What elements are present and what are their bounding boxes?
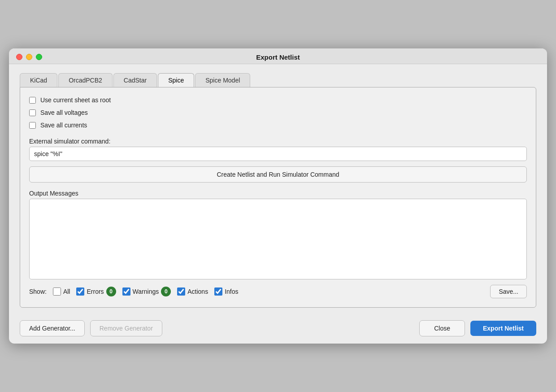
window-title: Export Netlist — [256, 53, 300, 61]
close-button[interactable]: Close — [419, 320, 465, 336]
save-all-currents-checkbox[interactable] — [29, 122, 36, 129]
output-messages-label: Output Messages — [29, 190, 527, 197]
tab-spice-model[interactable]: Spice Model — [195, 73, 250, 87]
use-current-sheet-checkbox[interactable] — [29, 97, 36, 104]
tab-spice[interactable]: Spice — [158, 73, 194, 87]
show-actions-label: Actions — [187, 288, 208, 295]
title-bar: Export Netlist — [9, 48, 547, 64]
traffic-lights — [16, 54, 42, 60]
close-button[interactable] — [16, 54, 22, 60]
show-all-checkbox[interactable] — [53, 287, 61, 296]
tab-cadstar[interactable]: CadStar — [113, 73, 157, 87]
show-actions-item: Actions — [177, 287, 208, 296]
content-area: KiCad OrcadPCB2 CadStar Spice Spice Mode… — [9, 64, 547, 315]
show-filter-row: Show: All Errors 0 Warnings 0 — [29, 285, 527, 298]
output-messages-box — [29, 199, 527, 279]
show-warnings-item: Warnings 0 — [122, 287, 171, 296]
simulator-command-label: External simulator command: — [29, 138, 527, 145]
simulator-command-section: External simulator command: — [29, 138, 527, 161]
save-all-currents-label: Save all currents — [40, 122, 87, 129]
tab-kicad[interactable]: KiCad — [20, 73, 57, 87]
warnings-badge: 0 — [161, 287, 171, 296]
output-messages-section: Output Messages — [29, 190, 527, 279]
checkbox-use-current-sheet: Use current sheet as root — [29, 96, 527, 104]
show-errors-checkbox[interactable] — [76, 287, 84, 296]
show-warnings-checkbox[interactable] — [122, 287, 130, 296]
tab-bar: KiCad OrcadPCB2 CadStar Spice Spice Mode… — [20, 73, 536, 87]
run-simulator-button[interactable]: Create Netlist and Run Simulator Command — [29, 166, 527, 183]
save-all-voltages-label: Save all voltages — [40, 109, 88, 116]
show-errors-label: Errors — [87, 288, 104, 295]
show-warnings-label: Warnings — [133, 288, 159, 295]
show-label: Show: — [29, 288, 47, 295]
add-generator-button[interactable]: Add Generator... — [20, 320, 85, 336]
use-current-sheet-label: Use current sheet as root — [40, 96, 111, 104]
show-actions-checkbox[interactable] — [177, 287, 185, 296]
remove-generator-button[interactable]: Remove Generator — [90, 320, 162, 336]
save-all-voltages-checkbox[interactable] — [29, 109, 36, 116]
show-all-label: All — [63, 288, 70, 295]
checkbox-save-all-voltages: Save all voltages — [29, 109, 527, 116]
bottom-bar: Add Generator... Remove Generator Close … — [9, 315, 547, 344]
show-infos-label: Infos — [225, 288, 238, 295]
checkbox-save-all-currents: Save all currents — [29, 122, 527, 129]
tab-orcadpcb2[interactable]: OrcadPCB2 — [58, 73, 113, 87]
show-infos-item: Infos — [214, 287, 238, 296]
export-netlist-window: Export Netlist KiCad OrcadPCB2 CadStar S… — [9, 48, 547, 344]
simulator-command-input[interactable] — [29, 147, 527, 161]
export-netlist-button[interactable]: Export Netlist — [470, 321, 536, 336]
show-all-item: All — [53, 287, 70, 296]
maximize-button[interactable] — [36, 54, 42, 60]
errors-badge: 0 — [106, 287, 116, 296]
minimize-button[interactable] — [26, 54, 32, 60]
save-button[interactable]: Save... — [490, 285, 527, 298]
show-errors-item: Errors 0 — [76, 287, 116, 296]
spice-panel: Use current sheet as root Save all volta… — [20, 87, 536, 308]
show-infos-checkbox[interactable] — [214, 287, 222, 296]
